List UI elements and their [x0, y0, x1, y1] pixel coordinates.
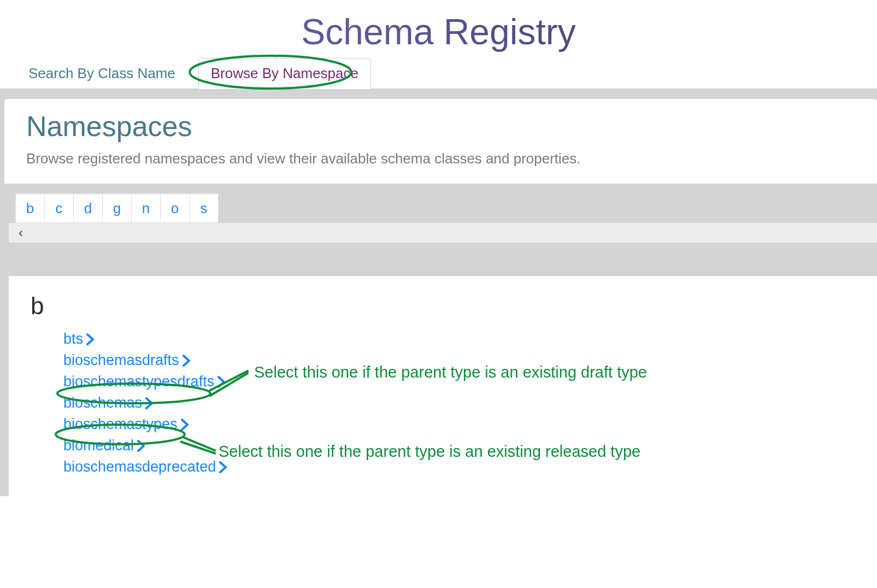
namespace-item: bioschemasdrafts: [63, 352, 855, 369]
alpha-d[interactable]: d: [73, 193, 103, 223]
content-area: Namespaces Browse registered namespaces …: [0, 89, 877, 496]
tabs: Search By Class Name Browse By Namespace: [0, 58, 877, 89]
alpha-g[interactable]: g: [102, 193, 132, 223]
chevron-right-icon: [219, 461, 228, 473]
chevron-right-icon: [183, 355, 191, 367]
alpha-bar-wrap: b c d g n o s ‹: [4, 184, 877, 243]
chevron-right-icon: [137, 440, 146, 452]
chevron-right-icon: [145, 397, 154, 409]
namespace-link-biomedical[interactable]: biomedical: [63, 437, 134, 454]
alpha-s[interactable]: s: [189, 193, 219, 223]
tab-browse-by-namespace[interactable]: Browse By Namespace: [198, 58, 371, 89]
alpha-c[interactable]: c: [44, 193, 74, 223]
intro-panel: Namespaces Browse registered namespaces …: [4, 99, 877, 184]
chevron-right-icon: [86, 333, 95, 345]
pager-prev[interactable]: ‹: [9, 223, 877, 243]
alpha-bar: b c d g n o s: [9, 184, 877, 223]
namespace-link-bts[interactable]: bts: [63, 331, 83, 348]
chevron-right-icon: [181, 419, 190, 431]
section-desc: Browse registered namespaces and view th…: [26, 150, 855, 167]
namespace-item: bts: [63, 331, 855, 348]
namespace-item: bioschemastypes: [63, 416, 855, 433]
chevron-left-icon: ‹: [19, 225, 23, 240]
alpha-o[interactable]: o: [160, 193, 190, 223]
letter-heading: b: [31, 292, 855, 320]
chevron-right-icon: [217, 376, 226, 388]
namespace-list: bts bioschemasdrafts bioschemastypesdraf…: [31, 331, 855, 475]
tab-search-by-class-name[interactable]: Search By Class Name: [16, 58, 187, 89]
namespace-link-bioschemastypesdrafts[interactable]: bioschemastypesdrafts: [63, 373, 214, 390]
namespace-list-panel: b bts bioschemasdrafts bioschemastypesdr…: [9, 275, 877, 496]
section-title: Namespaces: [26, 110, 855, 143]
namespace-item: bioschemas: [63, 395, 855, 411]
namespace-item: bioschemastypesdrafts: [63, 373, 855, 390]
alpha-n[interactable]: n: [131, 193, 161, 223]
namespace-link-bioschemasdrafts[interactable]: bioschemasdrafts: [63, 352, 179, 369]
namespace-link-bioschemastypes[interactable]: bioschemastypes: [63, 416, 178, 433]
gray-spacer: [4, 243, 877, 275]
page-title: Schema Registry: [0, 11, 877, 52]
namespace-item: biomedical: [63, 437, 855, 454]
namespace-link-bioschemasdeprecated[interactable]: bioschemasdeprecated: [63, 458, 216, 475]
alpha-b[interactable]: b: [15, 193, 45, 223]
namespace-link-bioschemas[interactable]: bioschemas: [63, 395, 142, 411]
namespace-item: bioschemasdeprecated: [63, 458, 855, 475]
